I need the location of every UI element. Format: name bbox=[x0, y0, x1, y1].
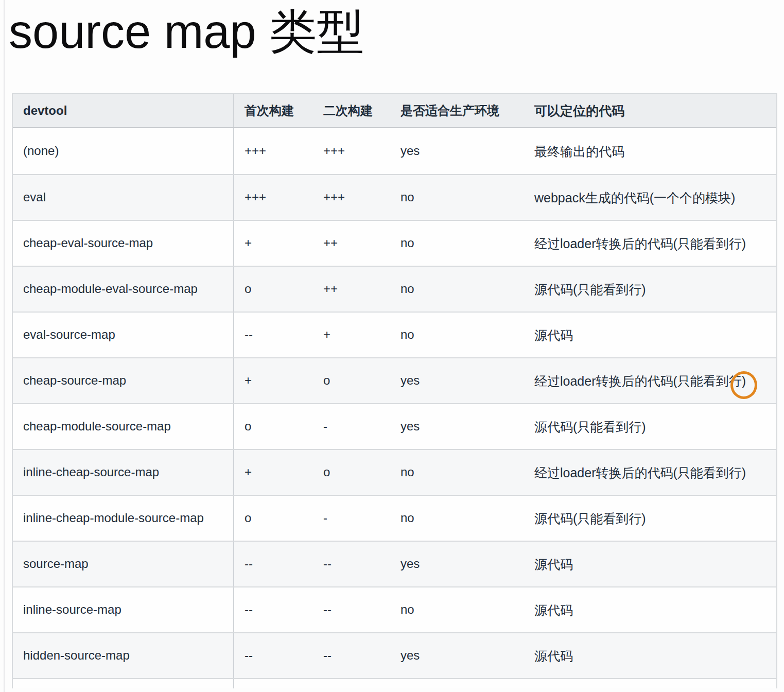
second-build-cell: - bbox=[313, 496, 390, 541]
devtool-cell: inline-cheap-source-map bbox=[13, 450, 234, 495]
table-body: (none)++++++yes最终输出的代码eval++++++nowebpac… bbox=[13, 128, 776, 678]
production-cell: no bbox=[390, 221, 524, 266]
table-row: cheap-module-eval-source-mapo++no源代码(只能看… bbox=[13, 266, 776, 312]
second-build-cell: +++ bbox=[313, 128, 390, 174]
second-build-cell: - bbox=[313, 404, 390, 449]
second-build-cell: ++ bbox=[313, 221, 390, 266]
locatable-code-cell: 源代码(只能看到行) bbox=[524, 496, 776, 541]
table-row: cheap-eval-source-map+++no经过loader转换后的代码… bbox=[13, 220, 776, 266]
devtool-cell: cheap-module-eval-source-map bbox=[13, 267, 234, 312]
second-build-cell: o bbox=[313, 450, 390, 495]
table-row-partial bbox=[13, 678, 776, 688]
production-cell: yes bbox=[390, 633, 524, 678]
production-cell: no bbox=[390, 496, 524, 541]
devtool-cell: eval bbox=[13, 175, 234, 220]
devtool-cell: hidden-source-map bbox=[13, 633, 234, 678]
production-cell: no bbox=[390, 587, 524, 632]
header-cell: 是否适合生产环境 bbox=[390, 94, 524, 127]
second-build-cell: -- bbox=[313, 587, 390, 632]
locatable-code-cell: 源代码 bbox=[524, 542, 776, 586]
production-cell: no bbox=[390, 175, 524, 220]
first-build-cell: + bbox=[234, 450, 313, 495]
production-cell: yes bbox=[390, 358, 524, 403]
locatable-code-cell: 源代码 bbox=[524, 313, 776, 357]
second-build-cell: -- bbox=[313, 633, 390, 678]
locatable-code-cell: webpack生成的代码(一个个的模块) bbox=[524, 175, 776, 220]
second-build-cell: +++ bbox=[313, 175, 390, 220]
devtool-cell: (none) bbox=[13, 128, 234, 174]
devtool-cell: eval-source-map bbox=[13, 313, 234, 357]
table-row: inline-source-map----no源代码 bbox=[13, 586, 776, 632]
header-cell: devtool bbox=[13, 94, 234, 127]
first-build-cell: o bbox=[234, 404, 313, 449]
production-cell: no bbox=[390, 313, 524, 357]
locatable-code-cell: 源代码(只能看到行) bbox=[524, 404, 776, 449]
table-row: cheap-module-source-mapo-yes源代码(只能看到行) bbox=[13, 403, 776, 449]
first-build-cell: +++ bbox=[234, 128, 313, 174]
first-build-cell: -- bbox=[234, 587, 313, 632]
devtool-cell: cheap-eval-source-map bbox=[13, 221, 234, 266]
header-cell: 首次构建 bbox=[234, 94, 313, 127]
first-build-cell: + bbox=[234, 358, 313, 403]
production-cell: yes bbox=[390, 128, 524, 174]
page-title: source map 类型 bbox=[9, 0, 364, 64]
locatable-code-cell: 最终输出的代码 bbox=[524, 128, 776, 174]
first-build-cell: + bbox=[234, 221, 313, 266]
header-cell: 二次构建 bbox=[313, 94, 390, 127]
locatable-code-cell: 源代码(只能看到行) bbox=[524, 267, 776, 312]
second-build-cell: -- bbox=[313, 542, 390, 586]
devtool-cell: source-map bbox=[13, 542, 234, 586]
second-build-cell: ++ bbox=[313, 267, 390, 312]
locatable-code-cell: 源代码 bbox=[524, 587, 776, 632]
devtool-table: devtool首次构建二次构建是否适合生产环境可以定位的代码 (none)+++… bbox=[12, 93, 777, 688]
table-header-row: devtool首次构建二次构建是否适合生产环境可以定位的代码 bbox=[13, 94, 776, 128]
locatable-code-cell: 经过loader转换后的代码(只能看到行) bbox=[524, 221, 776, 266]
devtool-cell bbox=[13, 679, 234, 688]
table-row: hidden-source-map----yes源代码 bbox=[13, 632, 776, 678]
table-row: (none)++++++yes最终输出的代码 bbox=[13, 128, 776, 174]
table-row: eval-source-map--+no源代码 bbox=[13, 312, 776, 357]
header-cell: 可以定位的代码 bbox=[524, 94, 776, 127]
devtool-cell: inline-cheap-module-source-map bbox=[13, 496, 234, 541]
second-build-cell: + bbox=[313, 313, 390, 357]
first-build-cell: -- bbox=[234, 313, 313, 357]
devtool-cell: cheap-module-source-map bbox=[13, 404, 234, 449]
first-build-cell: -- bbox=[234, 542, 313, 586]
devtool-cell: cheap-source-map bbox=[13, 358, 234, 403]
production-cell: no bbox=[390, 267, 524, 312]
locatable-code-cell: 经过loader转换后的代码(只能看到行) bbox=[524, 358, 776, 403]
table-row: inline-cheap-module-source-mapo-no源代码(只能… bbox=[13, 495, 776, 541]
locatable-code-cell: 经过loader转换后的代码(只能看到行) bbox=[524, 450, 776, 495]
table-row: eval++++++nowebpack生成的代码(一个个的模块) bbox=[13, 174, 776, 220]
table-row: inline-cheap-source-map+ono经过loader转换后的代… bbox=[13, 449, 776, 495]
devtool-cell: inline-source-map bbox=[13, 587, 234, 632]
table-row: cheap-source-map+oyes经过loader转换后的代码(只能看到… bbox=[13, 357, 776, 403]
first-build-cell: o bbox=[234, 267, 313, 312]
production-cell: no bbox=[390, 450, 524, 495]
locatable-code-cell: 源代码 bbox=[524, 633, 776, 678]
second-build-cell: o bbox=[313, 358, 390, 403]
first-build-cell: +++ bbox=[234, 175, 313, 220]
production-cell: yes bbox=[390, 404, 524, 449]
page-edge-line bbox=[4, 0, 5, 692]
first-build-cell: -- bbox=[234, 633, 313, 678]
first-build-cell: o bbox=[234, 496, 313, 541]
table-row: source-map----yes源代码 bbox=[13, 541, 776, 586]
production-cell: yes bbox=[390, 542, 524, 586]
